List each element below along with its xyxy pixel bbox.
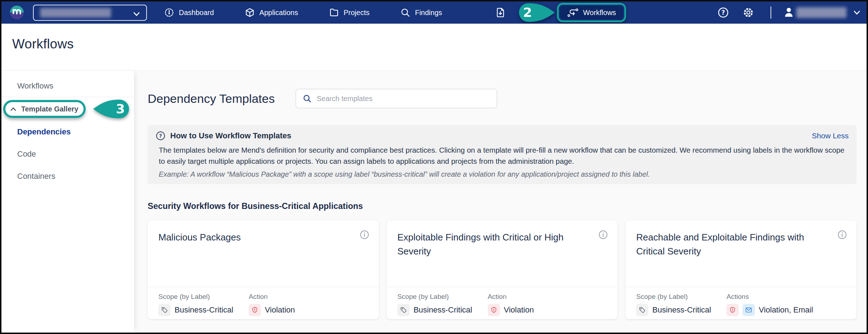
- sidebar-item-label: Dependencies: [17, 127, 71, 137]
- action-label: Action: [488, 293, 534, 301]
- nav-label: Dashboard: [179, 9, 214, 17]
- template-cards-row: Malicious Packages Scope (by Label): [148, 220, 857, 319]
- tag-icon: [636, 304, 648, 316]
- user-menu[interactable]: [783, 6, 795, 20]
- main-content: Dependency Templates ? How to Use Workfl…: [134, 70, 867, 333]
- template-search-box[interactable]: [296, 89, 497, 108]
- organization-name-redacted: [40, 8, 111, 18]
- heading-row: Dependency Templates: [148, 89, 857, 109]
- chevron-down-icon: [133, 11, 140, 16]
- nav-item-dashboard[interactable]: Dashboard: [164, 8, 214, 18]
- projects-folder-icon: [329, 8, 339, 18]
- dependency-templates-heading: Dependency Templates: [148, 92, 275, 106]
- violation-shield-icon: [726, 304, 739, 316]
- user-name-redacted: [796, 7, 846, 18]
- template-card-malicious-packages[interactable]: Malicious Packages Scope (by Label): [148, 220, 379, 319]
- sidebar-item-template-gallery[interactable]: Template Gallery 3: [1, 97, 134, 121]
- sidebar-item-code[interactable]: Code: [1, 143, 134, 165]
- primary-nav: Dashboard Applications Projects: [164, 1, 442, 24]
- scope-value: Business-Critical: [652, 305, 711, 315]
- step-2-annotation: 2: [505, 2, 558, 23]
- scope-value: Business-Critical: [175, 305, 233, 315]
- banner-title: How to Use Workflow Templates: [170, 131, 291, 140]
- page-header: Workflows: [1, 24, 867, 70]
- banner-body: The templates below are Mend's definitio…: [159, 145, 849, 167]
- page-title: Workflows: [12, 37, 74, 52]
- sidebar-item-containers[interactable]: Containers: [1, 165, 134, 187]
- findings-search-icon: [400, 8, 410, 18]
- scope-label: Scope (by Label): [158, 293, 249, 301]
- dashboard-gauge-icon: [164, 8, 174, 18]
- nav-label: Applications: [259, 9, 298, 17]
- applications-cube-icon: [245, 8, 255, 18]
- scope-label: Scope (by Label): [397, 293, 488, 301]
- how-to-use-banner: ? How to Use Workflow Templates Show Les…: [148, 125, 857, 184]
- nav-item-applications[interactable]: Applications: [245, 8, 298, 18]
- action-label: Action: [249, 293, 295, 301]
- nav-item-workflows[interactable]: Workflows: [560, 6, 623, 19]
- workflows-icon: [567, 8, 578, 18]
- sidebar-item-workflows[interactable]: Workflows: [1, 75, 134, 97]
- sidebar-item-label: Code: [17, 149, 36, 159]
- gear-icon: [743, 7, 754, 18]
- scope-value: Business-Critical: [414, 305, 472, 315]
- action-value: Violation, Email: [759, 305, 813, 315]
- action-value: Violation: [265, 305, 295, 315]
- email-envelope-icon: [743, 304, 755, 316]
- tag-icon: [158, 304, 171, 316]
- scope-label: Scope (by Label): [636, 293, 726, 301]
- template-gallery-annotation-ring: [3, 100, 86, 118]
- sidebar: Workflows Template Gallery 3 Dependencie…: [1, 70, 134, 333]
- nav-label: Projects: [344, 9, 369, 17]
- sidebar-item-dependencies[interactable]: Dependencies: [1, 121, 134, 143]
- action-value: Violation: [504, 305, 534, 315]
- nav-item-projects[interactable]: Projects: [329, 8, 369, 18]
- info-icon[interactable]: [598, 230, 608, 240]
- template-card-reachable-exploitable[interactable]: Reachable and Exploitable Findings with …: [625, 220, 857, 319]
- svg-text:3: 3: [116, 101, 125, 116]
- nav-label: Findings: [415, 9, 442, 17]
- step-3-annotation: 3: [90, 99, 134, 119]
- topbar-divider: [771, 6, 771, 19]
- question-circle-icon: ?: [156, 131, 166, 141]
- screenshot-frame: Dashboard Applications Projects: [0, 0, 868, 334]
- search-input[interactable]: [317, 95, 490, 103]
- template-card-exploitable-findings[interactable]: Exploitable Findings with Critical or Hi…: [387, 220, 618, 319]
- tag-icon: [397, 304, 410, 316]
- section-title: Security Workflows for Business-Critical…: [148, 201, 857, 211]
- search-icon: [302, 94, 312, 103]
- card-title: Malicious Packages: [158, 230, 349, 244]
- svg-text:?: ?: [721, 9, 725, 16]
- action-label: Actions: [726, 293, 813, 301]
- user-menu-chevron-icon[interactable]: [853, 10, 861, 15]
- mend-logo-icon: [9, 5, 24, 20]
- user-avatar-icon: [783, 6, 795, 18]
- help-icon: ?: [717, 7, 729, 18]
- card-title: Exploitable Findings with Critical or Hi…: [397, 230, 588, 258]
- sidebar-item-label: Containers: [17, 172, 55, 181]
- violation-shield-icon: [488, 304, 500, 316]
- nav-item-findings[interactable]: Findings: [400, 8, 442, 18]
- card-title: Reachable and Exploitable Findings with …: [636, 230, 826, 258]
- svg-text:?: ?: [159, 133, 162, 139]
- workflows-annotation-ring: Workflows: [557, 3, 626, 22]
- banner-example: Example: A workflow “Malicious Package” …: [159, 170, 849, 178]
- info-icon[interactable]: [837, 230, 847, 240]
- info-icon[interactable]: [359, 230, 369, 240]
- organization-selector[interactable]: [33, 5, 147, 21]
- help-button[interactable]: ?: [717, 7, 729, 20]
- settings-button[interactable]: [743, 7, 754, 20]
- top-navigation-bar: Dashboard Applications Projects: [1, 1, 867, 24]
- nav-label: Workflows: [583, 9, 616, 17]
- svg-text:2: 2: [523, 5, 532, 20]
- violation-shield-icon: [249, 304, 261, 316]
- sidebar-item-label: Workflows: [17, 81, 53, 91]
- show-less-link[interactable]: Show Less: [812, 132, 849, 140]
